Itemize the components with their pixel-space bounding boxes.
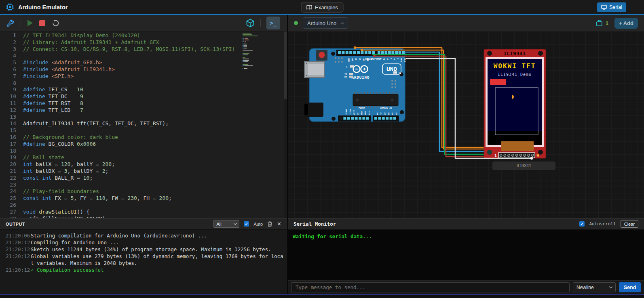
arduino-wordmark: ARDUINO bbox=[352, 76, 370, 80]
terminal-toggle-button[interactable]: >_ bbox=[266, 17, 280, 29]
code-line[interactable]: 21int ballDX = 3, ballDY = 2; bbox=[0, 168, 243, 175]
code-line[interactable]: 16// Background color: dark blue bbox=[0, 134, 243, 141]
code-line[interactable]: 25const int FX = 5, FY = 110, FW = 230, … bbox=[0, 195, 243, 202]
code-line[interactable]: 7#include <SPI.h> bbox=[0, 73, 243, 80]
code-line[interactable]: 5#include <Adafruit_GFX.h> bbox=[0, 59, 243, 66]
code-line[interactable]: 15 bbox=[0, 127, 243, 134]
line-number: 18 bbox=[0, 148, 16, 155]
svg-text:4: 4 bbox=[390, 58, 392, 59]
code-line[interactable]: 13 bbox=[0, 114, 243, 121]
clear-serial-button[interactable]: Clear bbox=[621, 220, 638, 228]
circuit-canvas[interactable]: AREFGND1312~11~10~987~6~54~32TX→1RX←0IOR… bbox=[288, 31, 644, 218]
3d-view-button[interactable] bbox=[246, 19, 255, 27]
serial-output: Waiting for serial data... bbox=[288, 230, 644, 280]
svg-text:TX→1: TX→1 bbox=[400, 58, 402, 62]
line-number: 27 bbox=[0, 209, 16, 216]
wrench-icon bbox=[6, 19, 14, 27]
code-line[interactable]: 22const int BALL_R = 10; bbox=[0, 175, 243, 182]
line-number: 24 bbox=[0, 188, 16, 195]
line-number: 25 bbox=[0, 195, 16, 202]
line-number: 5 bbox=[0, 59, 16, 66]
examples-button[interactable]: Examples bbox=[301, 2, 343, 13]
svg-text:A3: A3 bbox=[388, 112, 390, 115]
diagram-toolbar: Arduino Uno 1 + Add bbox=[288, 15, 644, 31]
svg-text:12: 12 bbox=[359, 58, 361, 60]
brand: Arduino Emulator bbox=[6, 3, 68, 11]
svg-text:GND: GND bbox=[351, 58, 353, 61]
line-ending-select[interactable]: Newline bbox=[573, 282, 616, 292]
line-number: 13 bbox=[0, 114, 16, 121]
led-on bbox=[393, 71, 397, 74]
svg-text:A5: A5 bbox=[395, 112, 397, 115]
diagram-pane: Arduino Uno 1 + Add bbox=[288, 15, 644, 294]
line-ending-value: Newline bbox=[576, 285, 594, 290]
trash-icon bbox=[267, 221, 272, 227]
log-message: ✓ Compilation successful bbox=[31, 267, 285, 274]
line-number: 22 bbox=[0, 175, 16, 182]
arduino-uno-part[interactable]: AREFGND1312~11~10~987~6~54~32TX→1RX←0IOR… bbox=[304, 48, 406, 122]
serial-button[interactable]: Serial bbox=[597, 2, 626, 12]
minimap[interactable] bbox=[243, 33, 283, 71]
svg-text:GND: GND bbox=[364, 111, 366, 115]
code-line[interactable]: 1// TFT ILI9341 Display Demo (240x320) bbox=[0, 32, 243, 39]
line-number: 9 bbox=[0, 86, 16, 93]
serial-waiting-text: Waiting for serial data... bbox=[293, 233, 372, 239]
code-line[interactable]: 18 bbox=[0, 148, 243, 155]
code-line[interactable]: 10#define TFT_DC 9 bbox=[0, 93, 243, 100]
led-tx-label: TX bbox=[344, 73, 347, 75]
code-line[interactable]: 17#define BG_COLOR 0x0006 bbox=[0, 141, 243, 148]
parts-bag-icon[interactable] bbox=[596, 20, 603, 27]
line-number: 4 bbox=[0, 52, 16, 59]
code-line[interactable]: 11#define TFT_RST 8 bbox=[0, 100, 243, 107]
code-line[interactable]: 8 bbox=[0, 80, 243, 87]
scrollbar-thumb[interactable] bbox=[284, 31, 287, 99]
toolbar-separator bbox=[260, 19, 261, 27]
app-header: Arduino Emulator Examples Serial bbox=[0, 0, 644, 15]
code-line[interactable]: 12#define TFT_LED 7 bbox=[0, 107, 243, 114]
board-select-value: Arduino Uno bbox=[307, 20, 336, 26]
editor-scrollbar[interactable] bbox=[284, 31, 287, 218]
code-line[interactable]: 19// Ball state bbox=[0, 154, 243, 161]
chevron-down-icon bbox=[609, 285, 612, 288]
add-part-button[interactable]: + Add bbox=[614, 18, 638, 29]
log-line: 21:20:12✓ Compilation successful bbox=[6, 267, 285, 274]
code-line[interactable]: 27void drawStaticUI() { bbox=[0, 209, 243, 216]
clear-output-button[interactable] bbox=[267, 221, 272, 227]
close-output-button[interactable]: ✕ bbox=[277, 221, 281, 227]
code-line[interactable]: 3// Connect: CS=10, DC/RS=9, RST=8, LED=… bbox=[0, 46, 243, 53]
log-message: Sketch uses 11244 bytes (34%) of program… bbox=[31, 246, 285, 253]
editor-pane: >_ 1// TFT ILI9341 Display Demo (240x320… bbox=[0, 15, 287, 294]
tools-button[interactable] bbox=[6, 19, 14, 27]
auto-label: Auto bbox=[253, 222, 263, 227]
ili9341-part[interactable]: ILI9341 WOKWI TFT ILI9341 Demo 1 9 bbox=[484, 49, 546, 158]
send-button[interactable]: Send bbox=[619, 282, 641, 292]
code-line[interactable]: 23 bbox=[0, 182, 243, 189]
code-line[interactable]: 24// Play-field boundaries bbox=[0, 188, 243, 195]
parts-count: 1 bbox=[606, 20, 608, 26]
code-editor[interactable]: 1// TFT ILI9341 Display Demo (240x320)2/… bbox=[0, 31, 287, 218]
code-line[interactable]: 9#define TFT_CS 10 bbox=[0, 86, 243, 93]
stop-button[interactable] bbox=[39, 20, 45, 26]
code-line[interactable]: 26 bbox=[0, 202, 243, 209]
status-dot bbox=[294, 21, 298, 25]
pin-9-label: 9 bbox=[536, 153, 539, 158]
code-line[interactable]: 4 bbox=[0, 52, 243, 59]
code-line[interactable]: 20int ballX = 120, ballY = 200; bbox=[0, 161, 243, 168]
output-panel: OUTPUT All ✓ Auto ✕ 21:20:06Starting com… bbox=[0, 218, 287, 294]
code-line[interactable]: 6#include <Adafruit_ILI9341.h> bbox=[0, 66, 243, 73]
code-line[interactable]: 2// Library: Adafruit ILI9341 + Adafruit… bbox=[0, 39, 243, 46]
code-lines[interactable]: 1// TFT ILI9341 Display Demo (240x320)2/… bbox=[0, 32, 243, 218]
serial-message-input[interactable] bbox=[291, 282, 570, 292]
auto-checkbox[interactable]: ✓ bbox=[244, 221, 249, 227]
run-button[interactable] bbox=[27, 20, 33, 26]
board-select[interactable]: Arduino Uno bbox=[303, 17, 348, 29]
svg-text:~3: ~3 bbox=[393, 58, 395, 60]
line-number: 14 bbox=[0, 120, 16, 127]
autoscroll-checkbox[interactable]: ✓ bbox=[579, 221, 585, 227]
line-number: 3 bbox=[0, 46, 16, 53]
chevron-down-icon bbox=[234, 222, 237, 225]
output-filter-select[interactable]: All bbox=[213, 220, 239, 228]
serial-input-row: Newline Send bbox=[288, 280, 644, 294]
code-line[interactable]: 14Adafruit_ILI9341 tft(TFT_CS, TFT_DC, T… bbox=[0, 120, 243, 127]
restart-button[interactable] bbox=[52, 19, 59, 27]
